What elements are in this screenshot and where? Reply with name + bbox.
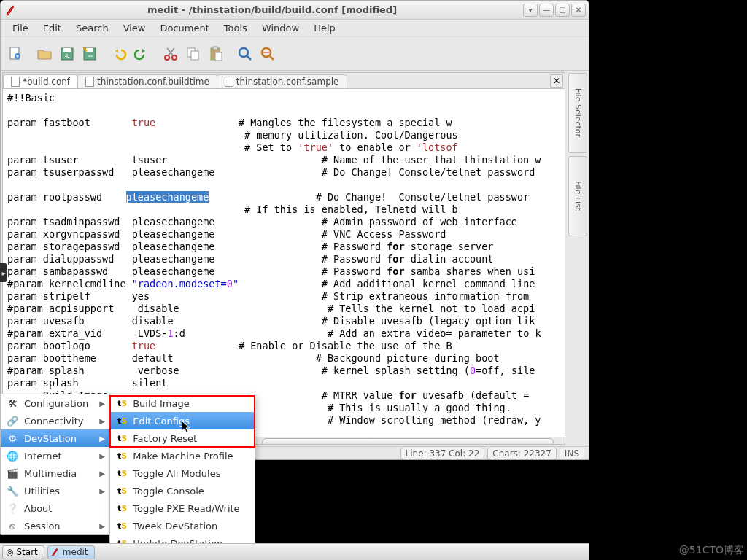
- menu-about[interactable]: ❔About: [1, 499, 111, 517]
- menu-configuration[interactable]: 🛠Configuration▶: [1, 394, 111, 412]
- ts-icon: tS: [117, 469, 127, 478]
- menu-utilities[interactable]: 🔧Utilities▶: [1, 482, 111, 499]
- start-button[interactable]: ◎Start: [2, 545, 44, 559]
- status-chars: Chars: 22327: [487, 448, 557, 459]
- svg-rect-3: [63, 48, 71, 52]
- status-line-col: Line: 337 Col: 22: [400, 448, 485, 459]
- menu-view[interactable]: View: [116, 20, 153, 36]
- session-icon: ⎋: [7, 520, 18, 532]
- svg-rect-5: [86, 48, 93, 52]
- globe-icon: 🌐: [7, 450, 18, 462]
- document-icon: [85, 77, 94, 87]
- submenu-factory-reset[interactable]: tSFactory Reset: [110, 429, 255, 447]
- svg-rect-9: [191, 51, 198, 60]
- menu-search[interactable]: Search: [69, 20, 116, 36]
- svg-point-7: [172, 55, 177, 60]
- menu-connectivity[interactable]: 🔗Connectivity▶: [1, 412, 111, 429]
- taskbar: ◎Start medit: [0, 543, 589, 560]
- utilities-icon: 🔧: [7, 485, 18, 497]
- gear-icon: ⚙: [7, 432, 18, 444]
- submenu-toggle-all-modules[interactable]: tSToggle All Modules: [110, 464, 255, 482]
- save-button[interactable]: [57, 44, 77, 64]
- side-handle[interactable]: ▸: [0, 263, 7, 282]
- start-icon: ◎: [6, 547, 13, 557]
- menu-internet[interactable]: 🌐Internet▶: [1, 447, 111, 464]
- medit-icon: [51, 548, 60, 556]
- editor-area: *build.conf thinstation.conf.buildtime t…: [2, 72, 565, 445]
- svg-point-13: [239, 48, 248, 57]
- ts-icon: tS: [117, 416, 127, 426]
- tabstrip: *build.conf thinstation.conf.buildtime t…: [3, 73, 565, 89]
- panel-file-selector[interactable]: File Selector: [568, 73, 587, 153]
- svg-point-6: [165, 55, 169, 60]
- menu-multimedia[interactable]: 🎬Multimedia▶: [1, 464, 111, 482]
- tab-sample[interactable]: thinstation.conf.sample: [217, 74, 347, 88]
- medit-window: medit - /thinstation/build/build.conf [m…: [0, 0, 589, 460]
- maximize-button[interactable]: ▢: [555, 4, 570, 17]
- window-title: medit - /thinstation/build/build.conf [m…: [21, 4, 523, 15]
- devstation-submenu: tSBuild Image tSEdit Configs tSFactory R…: [109, 394, 255, 553]
- menu-window[interactable]: Window: [255, 20, 306, 36]
- selected-text: pleasechangeme: [126, 191, 209, 203]
- menu-file[interactable]: File: [5, 20, 36, 36]
- menu-session[interactable]: ⎋Session▶: [1, 517, 111, 534]
- submenu-build-image[interactable]: tSBuild Image: [110, 394, 255, 412]
- side-panels: File Selector File List: [567, 71, 589, 446]
- paste-button[interactable]: [206, 44, 226, 64]
- redo-button[interactable]: [131, 44, 152, 64]
- tab-buildtime[interactable]: thinstation.conf.buildtime: [77, 74, 217, 88]
- media-icon: 🎬: [7, 467, 18, 479]
- submenu-tweek-devstation[interactable]: tSTweek DevStation: [110, 517, 255, 534]
- menubar: File Edit Search View Document Tools Win…: [1, 20, 589, 37]
- panel-file-list[interactable]: File List: [568, 156, 587, 236]
- close-button[interactable]: ✕: [571, 4, 586, 17]
- ts-icon: tS: [117, 504, 127, 513]
- document-icon: [225, 77, 233, 87]
- app-category-menu: 🛠Configuration▶ 🔗Connectivity▶ ⚙DevStati…: [0, 394, 112, 535]
- copy-button[interactable]: [183, 44, 204, 64]
- submenu-toggle-console[interactable]: tSToggle Console: [110, 482, 255, 499]
- submenu-edit-configs[interactable]: tSEdit Configs: [110, 412, 255, 429]
- menu-edit[interactable]: Edit: [36, 20, 69, 36]
- svg-rect-12: [215, 52, 222, 61]
- menu-devstation[interactable]: ⚙DevStation▶: [1, 429, 111, 447]
- ts-icon: tS: [117, 486, 127, 496]
- ts-icon: tS: [117, 434, 127, 443]
- code-editor[interactable]: #!!Basic param fastboot true # Mangles t…: [3, 89, 565, 444]
- find-button[interactable]: [235, 44, 255, 64]
- undo-button[interactable]: [109, 44, 129, 64]
- cut-button[interactable]: [160, 44, 181, 64]
- submenu-toggle-pxe[interactable]: tSToggle PXE Read/Write: [110, 499, 255, 517]
- ts-icon: tS: [117, 521, 127, 531]
- svg-rect-11: [213, 47, 217, 50]
- save-as-button[interactable]: [80, 44, 100, 64]
- menu-tools[interactable]: Tools: [217, 20, 255, 36]
- ts-icon: tS: [117, 399, 127, 408]
- minimize-button[interactable]: —: [539, 4, 554, 17]
- app-icon: [5, 4, 17, 16]
- submenu-make-machine-profile[interactable]: tSMake Machine Profile: [110, 447, 255, 464]
- menu-help[interactable]: Help: [306, 20, 343, 36]
- tools-icon: 🛠: [7, 397, 18, 409]
- taskbar-medit[interactable]: medit: [47, 545, 95, 559]
- new-file-button[interactable]: [5, 44, 26, 64]
- toolbar: [1, 37, 589, 71]
- tab-close-button[interactable]: ✕: [550, 74, 563, 88]
- network-icon: 🔗: [7, 415, 18, 427]
- open-button[interactable]: [34, 44, 55, 64]
- ts-icon: tS: [117, 451, 127, 461]
- document-icon: [11, 77, 20, 87]
- menu-document[interactable]: Document: [152, 20, 216, 36]
- find-replace-button[interactable]: [258, 44, 278, 64]
- about-icon: ❔: [7, 502, 18, 514]
- titlebar[interactable]: medit - /thinstation/build/build.conf [m…: [1, 1, 589, 20]
- tab-build-conf[interactable]: *build.conf: [3, 74, 78, 88]
- watermark: @51CTO博客: [679, 544, 744, 557]
- status-insert-mode: INS: [560, 448, 584, 459]
- shade-button[interactable]: ▾: [523, 4, 538, 17]
